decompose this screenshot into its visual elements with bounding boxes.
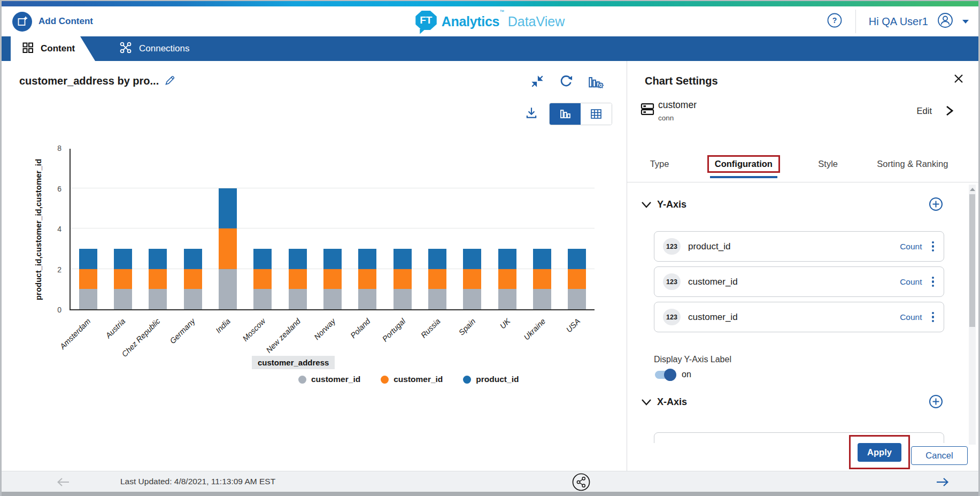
bar-chez-republic[interactable] [141,149,175,309]
settings-tab-style[interactable]: Style [817,156,839,172]
forward-arrow-icon[interactable] [935,476,951,490]
y-axis-add-icon[interactable] [929,197,943,213]
y-axis-field-row[interactable]: 123product_idCount [654,231,944,262]
bar-segment-product_id[interactable] [428,249,446,269]
bar-segment-customer_id[interactable] [568,269,586,289]
bar-segment-customer_id[interactable] [219,269,237,310]
bar-india[interactable] [210,149,245,309]
aggregation-selector[interactable]: Count [900,312,922,322]
bar-segment-product_id[interactable] [114,249,132,269]
bar-segment-customer_id[interactable] [463,269,481,289]
legend-item-customer_id[interactable]: customer_id [381,375,443,384]
collapse-icon[interactable] [530,74,544,90]
y-axis-field-row[interactable]: 123customer_idCount [654,302,944,332]
bar-segment-customer_id[interactable] [149,269,167,289]
bar-segment-customer_id[interactable] [498,289,516,309]
bar-segment-product_id[interactable] [568,249,586,269]
apply-button[interactable]: Apply [858,443,901,462]
bar-segment-customer_id[interactable] [114,289,132,309]
bar-segment-product_id[interactable] [79,249,97,269]
bar-segment-customer_id[interactable] [533,289,551,309]
kebab-menu-icon[interactable] [931,240,936,253]
bar-segment-customer_id[interactable] [253,289,272,309]
bar-segment-customer_id[interactable] [428,269,446,289]
x-axis-add-icon[interactable] [929,394,943,411]
bar-amsterdam[interactable] [71,149,105,309]
bar-segment-customer_id[interactable] [568,289,586,309]
bar-segment-customer_id[interactable] [114,269,132,289]
bar-germany[interactable] [175,149,210,309]
user-avatar-icon[interactable] [937,12,954,31]
bar-segment-customer_id[interactable] [323,289,342,309]
bar-segment-product_id[interactable] [533,249,551,269]
bar-segment-product_id[interactable] [149,249,167,269]
add-content-button[interactable]: Add Content [12,12,93,32]
dataset-edit-button[interactable]: Edit [917,105,954,117]
bar-segment-customer_id[interactable] [79,269,97,289]
share-icon[interactable] [572,472,591,494]
bar-new-zealand[interactable] [280,149,315,309]
kebab-menu-icon[interactable] [931,276,936,288]
bar-segment-customer_id[interactable] [219,228,237,269]
bar-moscow[interactable] [245,149,280,309]
bar-segment-customer_id[interactable] [358,269,376,289]
bar-segment-product_id[interactable] [289,249,307,269]
edit-title-pencil-icon[interactable] [164,74,176,89]
bar-austria[interactable] [105,149,140,309]
scrollbar-thumb[interactable] [969,194,975,327]
bar-segment-customer_id[interactable] [533,269,551,289]
bar-segment-product_id[interactable] [498,249,516,269]
help-icon[interactable]: ? [827,12,843,30]
y-axis-section-header[interactable]: Y-Axis [641,199,686,210]
bar-segment-product_id[interactable] [253,249,272,269]
bar-segment-customer_id[interactable] [184,269,202,289]
tab-connections[interactable]: Connections [105,36,204,61]
settings-tab-type[interactable]: Type [649,156,670,172]
legend-item-customer_id[interactable]: customer_id [298,375,360,384]
cancel-button[interactable]: Cancel [911,446,968,465]
download-icon[interactable] [524,106,538,122]
back-arrow-icon[interactable] [55,476,71,490]
bar-ukraine[interactable] [524,149,559,309]
bar-segment-customer_id[interactable] [498,269,516,289]
bar-segment-customer_id[interactable] [289,289,307,309]
bar-portugal[interactable] [385,149,420,309]
bar-segment-customer_id[interactable] [184,289,202,309]
bar-spain[interactable] [455,149,490,309]
bar-segment-customer_id[interactable] [428,289,446,309]
tab-content[interactable]: Content [11,36,95,61]
bar-poland[interactable] [350,149,385,309]
bar-segment-customer_id[interactable] [393,289,412,309]
scroll-up-icon[interactable] [970,188,975,191]
y-axis-field-row[interactable]: 123customer_idCount [654,266,944,297]
settings-tab-configuration[interactable]: Configuration [707,155,780,173]
table-view-button[interactable] [581,103,612,125]
chart-settings-icon[interactable] [588,74,604,91]
legend-item-product_id[interactable]: product_id [463,375,519,384]
user-menu-caret-icon[interactable] [962,17,969,26]
kebab-menu-icon[interactable] [931,311,936,324]
bar-segment-customer_id[interactable] [289,269,307,289]
bar-usa[interactable] [560,149,595,309]
bar-segment-customer_id[interactable] [253,269,272,289]
bar-segment-product_id[interactable] [358,249,376,269]
bar-segment-customer_id[interactable] [149,289,167,309]
aggregation-selector[interactable]: Count [900,277,922,287]
bar-segment-product_id[interactable] [393,249,412,269]
chart-view-button[interactable] [550,103,581,125]
bar-segment-customer_id[interactable] [463,289,481,309]
settings-tab-sorting-ranking[interactable]: Sorting & Ranking [876,156,949,172]
bar-segment-customer_id[interactable] [358,289,376,309]
bar-segment-customer_id[interactable] [393,269,412,289]
bar-russia[interactable] [420,149,454,309]
bar-segment-customer_id[interactable] [79,289,97,309]
bar-segment-product_id[interactable] [323,249,342,269]
bar-segment-product_id[interactable] [463,249,481,269]
refresh-icon[interactable] [559,74,574,91]
close-icon[interactable] [953,73,964,87]
aggregation-selector[interactable]: Count [900,242,922,251]
bar-norway[interactable] [315,149,350,309]
bar-segment-product_id[interactable] [184,249,202,269]
panel-scrollbar[interactable] [969,185,976,445]
x-axis-section-header[interactable]: X-Axis [641,396,687,408]
